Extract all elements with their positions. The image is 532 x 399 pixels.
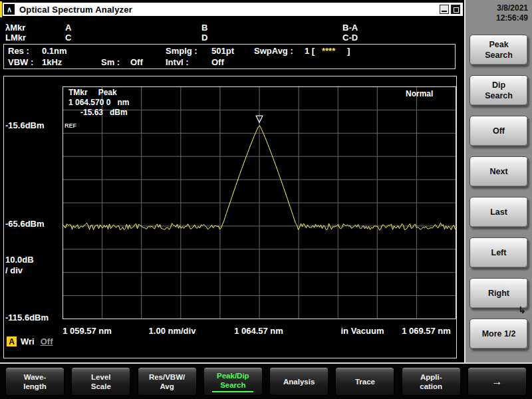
swpavg-bracket: ] xyxy=(347,47,350,56)
trace-state: Off xyxy=(41,336,53,346)
clock: 3/8/2021 12:56:49 xyxy=(466,3,528,23)
sm-value: Off xyxy=(130,58,143,67)
clock-time: 12:56:49 xyxy=(466,13,528,23)
tmkr-level: -15.63 xyxy=(80,108,103,117)
softkey-label: Left xyxy=(491,247,507,258)
fkey-label: Search xyxy=(220,380,245,390)
ref-level-label: REF xyxy=(65,122,76,129)
marker-d: D xyxy=(201,33,207,43)
y-axis-scale-label: 10.0dB xyxy=(5,255,34,265)
softkey-label: Off xyxy=(493,126,505,136)
trace-write-mode: Wri xyxy=(21,336,35,346)
fkey-more-right-arrow[interactable]: → xyxy=(467,367,527,396)
y-axis-mid-label: -65.6dBm xyxy=(5,219,45,229)
y-axis-bottom-label: -115.6dBm xyxy=(5,313,49,323)
anritsu-logo-icon: ∧ xyxy=(4,4,15,15)
right-arrow-icon: → xyxy=(491,377,502,386)
fkey-application[interactable]: Appli- cation xyxy=(402,367,461,396)
fkey-label: cation xyxy=(420,382,442,391)
fkey-label: length xyxy=(23,382,47,391)
osa-screen: ∧ Optical Spectrum Analyzer λMkr A B B-A… xyxy=(0,0,532,399)
tmkr-type: Peak xyxy=(98,88,117,97)
softkey-label: Right xyxy=(488,288,509,299)
fkey-label: Peak/Dip xyxy=(217,371,249,380)
res-value: 0.1nm xyxy=(42,47,67,56)
window-controls xyxy=(440,5,460,14)
x-axis-div-label: 1.00 nm/div xyxy=(149,326,196,336)
softkey-peak-search[interactable]: Peak Search xyxy=(469,35,528,65)
fkey-trace[interactable]: Trace xyxy=(335,367,394,396)
lambda-marker-label: λMkr xyxy=(5,23,25,33)
marker-a: A xyxy=(65,23,71,33)
fkey-res-vbw-avg[interactable]: Res/VBW/ Avg xyxy=(138,367,197,396)
fkey-label: Avg xyxy=(160,382,174,391)
tmkr-label: TMkr xyxy=(68,88,88,97)
level-marker-label: LMkr xyxy=(5,33,26,43)
function-key-bar: Wave- length Level Scale Res/VBW/ Avg Pe… xyxy=(0,362,532,399)
active-key-underline xyxy=(212,391,253,392)
fkey-label: Wave- xyxy=(24,372,46,382)
vbw-label: VBW : xyxy=(8,58,33,67)
fkey-label: Analysis xyxy=(283,377,315,386)
softkey-label: Last xyxy=(490,207,507,217)
softkey-label: More 1/2 xyxy=(482,329,516,339)
fkey-label: Res/VBW/ xyxy=(149,372,185,382)
softkey-left[interactable]: Left xyxy=(469,237,528,268)
softkey-next[interactable]: Next xyxy=(469,156,528,187)
softkey-more[interactable]: More 1/2 xyxy=(469,319,528,349)
tmkr-wavelength-unit: nm xyxy=(117,98,129,107)
fkey-level-scale[interactable]: Level Scale xyxy=(71,367,130,396)
fkey-label: Trace xyxy=(355,377,375,386)
spectrum-plot xyxy=(63,86,456,319)
marker-b: B xyxy=(201,23,207,33)
fkey-wavelength[interactable]: Wave- length xyxy=(5,367,65,396)
softkey-off[interactable]: Off xyxy=(469,116,528,146)
active-trace-badge: A xyxy=(7,336,17,346)
softkey-label: Dip xyxy=(492,80,505,90)
trace-marker-readout: TMkrPeak 1 064.570 0nm -15.63dBm xyxy=(68,88,129,118)
softkey-panel: 3/8/2021 12:56:49 Peak Search Dip Search… xyxy=(464,0,532,362)
swpavg-progress: **** xyxy=(322,47,335,56)
softkey-label: Next xyxy=(489,166,507,177)
marker-bar-row1: λMkr A B B-A xyxy=(5,23,460,33)
tmkr-wavelength: 1 064.570 0 xyxy=(68,98,110,107)
fkey-label: Appli- xyxy=(420,372,442,382)
fkey-analysis[interactable]: Analysis xyxy=(269,367,329,396)
smplg-value: 501pt xyxy=(211,47,234,56)
softkey-last[interactable]: Last xyxy=(469,197,528,227)
swpavg-label: SwpAvg : xyxy=(254,47,293,56)
x-axis-right-label: 1 069.57 nm xyxy=(402,326,451,336)
intvl-label: Intvl : xyxy=(166,58,189,67)
x-axis-center-label: 1 064.57 nm xyxy=(234,326,283,336)
y-axis-scale-unit: / div xyxy=(5,265,23,275)
sweep-settings-panel: Res : 0.1nm Smplg : 501pt SwpAvg : 1 [ *… xyxy=(3,44,456,69)
trace-display-mode: Normal xyxy=(406,89,433,98)
softkey-label: Search xyxy=(485,50,513,61)
intvl-value: Off xyxy=(211,58,224,67)
marker-c: C xyxy=(65,33,71,43)
softkey-label: Peak xyxy=(489,39,508,50)
tmkr-level-unit: dBm xyxy=(110,108,128,117)
minimize-button[interactable] xyxy=(440,5,449,14)
vbw-value: 1kHz xyxy=(42,58,62,67)
more-pages-arrow-icon: ↳ xyxy=(518,305,526,315)
maximize-button[interactable] xyxy=(451,5,460,14)
swpavg-value: 1 [ xyxy=(305,47,315,56)
fkey-label: Level xyxy=(91,372,110,382)
y-axis-ref-label: -15.6dBm xyxy=(5,120,45,130)
fkey-label: Scale xyxy=(91,382,111,391)
trace-status: A Wri Off xyxy=(7,336,53,346)
res-label: Res : xyxy=(8,47,29,56)
edge-accent-stripe xyxy=(0,1,2,17)
sm-label: Sm : xyxy=(101,58,120,67)
marker-bar-row2: LMkr C D C-D xyxy=(5,33,460,43)
smplg-label: Smplg : xyxy=(166,47,198,56)
title-bar: ∧ Optical Spectrum Analyzer xyxy=(3,3,463,16)
softkey-label: Search xyxy=(485,90,513,101)
window-title: Optical Spectrum Analyzer xyxy=(19,5,132,15)
marker-b-minus-a: B-A xyxy=(342,23,358,33)
softkey-dip-search[interactable]: Dip Search xyxy=(469,75,528,106)
fkey-peak-dip-search[interactable]: Peak/Dip Search xyxy=(203,367,263,396)
marker-c-minus-d: C-D xyxy=(342,33,358,43)
clock-date: 3/8/2021 xyxy=(466,3,528,13)
